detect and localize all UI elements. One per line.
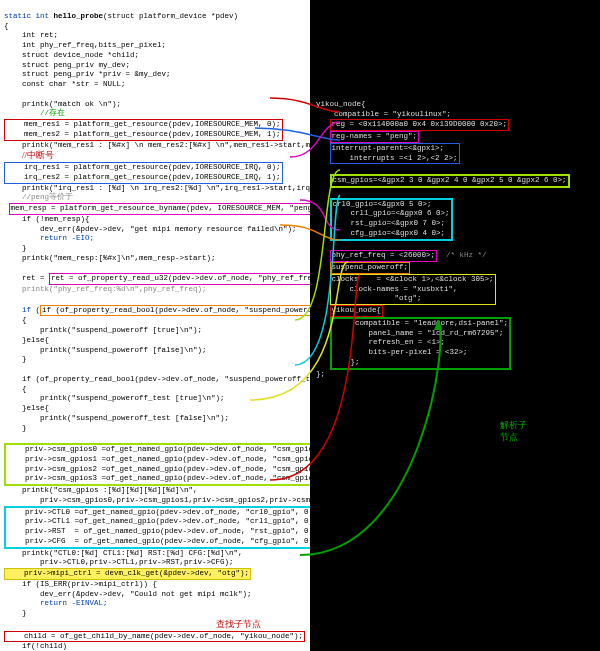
- stmt: printk("match ok \n");: [22, 100, 121, 108]
- source-code-left: static int hello_probe(struct platform_d…: [0, 0, 310, 651]
- dt-comment: /* kHz */: [446, 251, 487, 259]
- stmt: printk("csm_gpios :[%d][%d][%d][%d]\n",: [22, 486, 198, 494]
- box-irq-res: irq_res1 = platform_get_resource(pdev,IO…: [4, 162, 283, 184]
- box-dt-regnames: reg-names = "peng";: [330, 131, 420, 143]
- stmt: dev_err(&pdev->dev, "get mipi memory res…: [40, 225, 297, 233]
- stmt: printk("suspend_poweroff_test [false]\n"…: [40, 414, 229, 422]
- box-dt-child: compatible = "leadcore,dsi-panel"; panel…: [330, 317, 512, 370]
- box-dt-clocks: clocks = <&clock 1>,<&clock 305>; clock-…: [330, 274, 496, 305]
- stmt: printk("suspend_poweroff_test [true]\n")…: [40, 394, 225, 402]
- stmt: if (!mem_resp){: [22, 215, 90, 223]
- decl: struct device_node *child;: [22, 51, 139, 59]
- decl: struct peng_priv my_dev;: [22, 61, 130, 69]
- comment: //存在: [40, 109, 65, 117]
- stmt: dev_err(&pdev->dev, "Could not get mipi …: [40, 590, 252, 598]
- box-dt-suspend: suspend_poweroff;: [330, 262, 411, 274]
- fn-name: hello_probe: [54, 12, 104, 20]
- kw: static int: [4, 12, 49, 20]
- comment-child: 查找子节点: [216, 619, 261, 629]
- decl: struct peng_priv *priv = &my_dev;: [22, 70, 171, 78]
- stmt: if (IS_ERR(priv->mipi_ctrl)) {: [22, 580, 157, 588]
- box-dt-csm: csm_gpios=<&gpx2 3 0 &gpx2 4 0 &gpx2 5 0…: [330, 174, 570, 188]
- comment: //peng等价于: [22, 193, 73, 201]
- dt-compat: compatible = "yikoulinux";: [334, 110, 451, 118]
- stmt: printk("phy_ref_freq:%d\n",phy_ref_freq)…: [22, 285, 207, 293]
- annotation-green: 解析子节点: [500, 420, 527, 443]
- box-ctl-gpios: priv->CTL0 =of_get_named_gpio(pdev->dev.…: [4, 506, 321, 549]
- stmt: printk("CTL0:[%d] CTL1:[%d] RST:[%d] CFG…: [22, 549, 243, 557]
- devicetree-right: yikou_node{ compatible = "yikoulinux"; r…: [310, 0, 600, 651]
- stmt: if(!child): [22, 642, 67, 650]
- box-dt-intp: interrupt-parent=<&gpx1>; interrupts =<1…: [330, 143, 460, 165]
- box-suspend: if (of_property_read_bool(pdev->dev.of_n…: [40, 305, 337, 317]
- stmt: printk("mem_resp:[%#x]\n",mem_resp->star…: [22, 254, 216, 262]
- stmt: printk("suspend_poweroff [true]\n");: [40, 326, 202, 334]
- comment: //中断号: [22, 150, 54, 160]
- dt-node: yikou_node{: [316, 100, 366, 108]
- box-dt-crl: crl0_gpio=<&gpx0 5 0>; crl1_gpio=<&gpx0 …: [330, 198, 453, 241]
- stmt: }else{: [22, 336, 49, 344]
- box-dt-childname: yikou_node{: [330, 305, 384, 317]
- box-csm-gpios: priv->csm_gpios0 =of_get_named_gpio(pdev…: [4, 443, 348, 486]
- box-mipi-ctrl: priv->mipi_ctrl = devm_clk_get(&pdev->de…: [4, 568, 251, 580]
- stmt: if (of_property_read_bool(pdev->dev.of_n…: [22, 375, 337, 383]
- box-child-get: child = of_get_child_by_name(pdev->dev.o…: [4, 631, 305, 643]
- stmt: printk("suspend_poweroff [false]\n");: [40, 346, 207, 354]
- decl: int ret;: [22, 31, 58, 39]
- box-dt-phy: phy_ref_freq = <26000>;: [330, 250, 438, 262]
- stmt: return -EINVAL;: [40, 599, 108, 607]
- box-dt-reg: reg = <0x114000a0 0x4 0x139D0000 0x20>;: [330, 119, 510, 131]
- stmt: }else{: [22, 404, 49, 412]
- stmt: priv->csm_gpios0,priv->csm_gpios1,priv->…: [40, 496, 351, 504]
- decl: int phy_ref_freq,bits_per_pixel;: [22, 41, 166, 49]
- stmt: priv->CTL0,priv->CTL1,priv->RST,priv->CF…: [40, 558, 234, 566]
- box-mem-res: mem_res1 = platform_get_resource(pdev,IO…: [4, 119, 283, 141]
- stmt: return -EIO;: [40, 234, 94, 242]
- dt-close: };: [316, 370, 325, 378]
- box-mem-resp: mem_resp = platform_get_resource_byname(…: [9, 203, 328, 215]
- params: (struct platform_device *pdev): [103, 12, 238, 20]
- decl: const char *str = NULL;: [22, 80, 126, 88]
